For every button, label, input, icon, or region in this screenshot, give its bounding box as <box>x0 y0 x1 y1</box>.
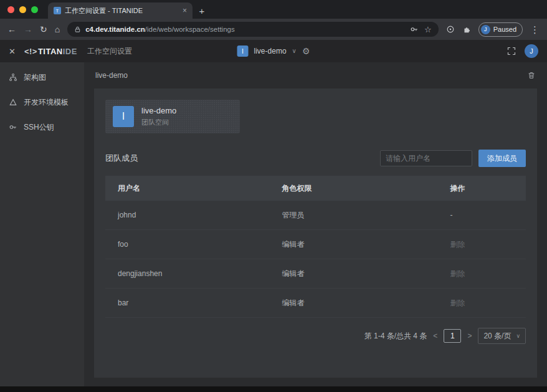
back-icon[interactable]: ← <box>7 25 16 34</box>
workspace-card: l live-demo 团队空间 <box>105 100 240 133</box>
next-page-icon[interactable]: > <box>467 332 472 340</box>
chevron-down-icon[interactable]: ∨ <box>292 48 297 54</box>
zoom-window-button[interactable] <box>31 6 38 13</box>
browser-menu-icon[interactable]: ⋮ <box>530 25 540 34</box>
workspace-card-texts: live-demo 团队空间 <box>141 106 176 127</box>
chevron-down-icon: ∨ <box>516 333 520 339</box>
page-size-select[interactable]: 20 条/页 ∨ <box>478 328 526 344</box>
cell-role: 编辑者 <box>282 239 450 250</box>
password-key-icon[interactable] <box>410 25 419 34</box>
delete-workspace-trash-icon[interactable] <box>527 71 536 80</box>
table-header-row: 用户名 角色权限 操作 <box>105 176 526 201</box>
sidebar-item-label: SSH公钥 <box>24 122 54 133</box>
cell-username: johnd <box>105 211 282 219</box>
workspace-card-type: 团队空间 <box>141 118 176 127</box>
app-header: ✕ <!> TITAN IDE 工作空间设置 l live-demo ∨ ⚙ J <box>0 40 547 62</box>
settings-panel: l live-demo 团队空间 团队成员 添加成员 用户名 角色权限 操作 <box>94 88 537 378</box>
tab-title: 工作空间设置 - TITANIDE <box>65 6 179 16</box>
header-right: J <box>507 44 538 58</box>
browser-toolbar: ← → ↻ ⌂ c4.dev.titanide.cn/ide/web/works… <box>0 19 547 40</box>
reload-icon[interactable]: ↻ <box>40 25 47 34</box>
profile-paused-badge[interactable]: J Paused <box>478 22 523 37</box>
workspace-card-tile: l <box>113 106 134 127</box>
logo-ide: IDE <box>63 47 77 56</box>
window-controls <box>0 0 48 19</box>
home-icon[interactable]: ⌂ <box>55 25 60 34</box>
sidebar-item-ssh-key[interactable]: SSH公钥 <box>0 115 84 140</box>
pagination: 第 1-4 条/总共 4 条 < 1 > 20 条/页 ∨ <box>105 328 526 344</box>
members-toolbar: 团队成员 添加成员 <box>105 150 526 167</box>
new-tab-button[interactable]: + <box>193 2 211 19</box>
members-section-title: 团队成员 <box>105 153 138 164</box>
cell-role: 编辑者 <box>282 298 450 308</box>
forward-icon[interactable]: → <box>24 25 32 34</box>
app-logo: <!> TITAN IDE <box>24 47 77 56</box>
tab-close-icon[interactable]: × <box>183 7 187 14</box>
omnibox-actions: ☆ <box>410 25 432 34</box>
page-title: 工作空间设置 <box>87 46 132 57</box>
workspace-tile: l <box>237 45 249 57</box>
content-area: live-demo l live-demo 团队空间 团队成员 <box>84 62 547 386</box>
workspace-name: live-demo <box>254 47 287 55</box>
sidebar-item-architecture[interactable]: 架构图 <box>0 65 84 90</box>
breadcrumb: live-demo <box>95 71 128 80</box>
logo-titan: TITAN <box>38 47 63 56</box>
extension-icon[interactable] <box>446 25 455 34</box>
col-header-role: 角色权限 <box>282 183 450 194</box>
sidebar-item-label: 架构图 <box>24 72 46 83</box>
lock-icon <box>74 26 81 33</box>
pagination-summary: 第 1-4 条/总共 4 条 <box>364 331 427 342</box>
sidebar-item-label: 开发环境模板 <box>24 97 69 108</box>
cell-username: foo <box>105 240 282 249</box>
table-row: johnd 管理员 - <box>105 201 526 230</box>
current-page-button[interactable]: 1 <box>444 329 461 343</box>
cell-username: bar <box>105 299 282 307</box>
extensions-puzzle-icon[interactable] <box>462 25 471 34</box>
fullscreen-icon[interactable] <box>507 47 516 55</box>
architecture-diagram-icon <box>9 73 17 82</box>
cell-action-none: - <box>450 211 526 219</box>
page-size-value: 20 条/页 <box>483 331 511 342</box>
browser-tab-bar: T 工作空间设置 - TITANIDE × + <box>0 0 547 19</box>
delete-member-link[interactable]: 删除 <box>450 269 526 279</box>
sidebar: 架构图 开发环境模板 SSH公钥 <box>0 62 84 386</box>
minimize-window-button[interactable] <box>19 6 26 13</box>
workspace-selector[interactable]: l live-demo ∨ ⚙ <box>237 45 310 57</box>
user-avatar[interactable]: J <box>525 44 538 58</box>
tab-favicon-icon: T <box>54 7 61 14</box>
content-header: live-demo <box>84 62 547 88</box>
add-member-button[interactable]: 添加成员 <box>478 150 526 167</box>
ssh-key-icon <box>9 123 17 131</box>
url-path: /ide/web/workspace/settings <box>145 26 235 33</box>
prev-page-icon[interactable]: < <box>433 332 437 340</box>
app-close-icon[interactable]: ✕ <box>9 47 16 55</box>
username-input[interactable] <box>380 150 472 166</box>
cell-role: 管理员 <box>282 210 450 221</box>
url-text: c4.dev.titanide.cn/ide/web/workspace/set… <box>85 26 234 33</box>
browser-window: T 工作空间设置 - TITANIDE × + ← → ↻ ⌂ c4.dev.t… <box>0 0 547 386</box>
workspace-settings-gear-icon[interactable]: ⚙ <box>302 47 310 55</box>
sidebar-item-dev-template[interactable]: 开发环境模板 <box>0 90 84 115</box>
cell-username: dengjianshen <box>105 269 282 278</box>
bookmark-star-icon[interactable]: ☆ <box>424 26 432 34</box>
paused-label: Paused <box>493 26 516 33</box>
app-body: 架构图 开发环境模板 SSH公钥 live-demo <box>0 62 547 386</box>
members-table: 用户名 角色权限 操作 johnd 管理员 - foo 编辑者 删除 <box>105 176 526 318</box>
browser-tab[interactable]: T 工作空间设置 - TITANIDE × <box>48 2 193 19</box>
template-triangle-icon <box>9 98 17 107</box>
logo-mark: <!> <box>24 47 37 56</box>
table-row: foo 编辑者 删除 <box>105 230 526 259</box>
col-header-username: 用户名 <box>105 183 282 194</box>
delete-member-link[interactable]: 删除 <box>450 239 526 250</box>
delete-member-link[interactable]: 删除 <box>450 298 526 308</box>
close-window-button[interactable] <box>7 6 14 13</box>
address-bar[interactable]: c4.dev.titanide.cn/ide/web/workspace/set… <box>67 22 438 37</box>
url-host: c4.dev.titanide.cn <box>85 26 145 33</box>
col-header-actions: 操作 <box>450 183 526 194</box>
workspace-card-name: live-demo <box>141 106 176 115</box>
table-row: bar 编辑者 删除 <box>105 289 526 318</box>
profile-avatar: J <box>481 25 490 34</box>
table-row: dengjianshen 编辑者 删除 <box>105 259 526 289</box>
cell-role: 编辑者 <box>282 269 450 279</box>
